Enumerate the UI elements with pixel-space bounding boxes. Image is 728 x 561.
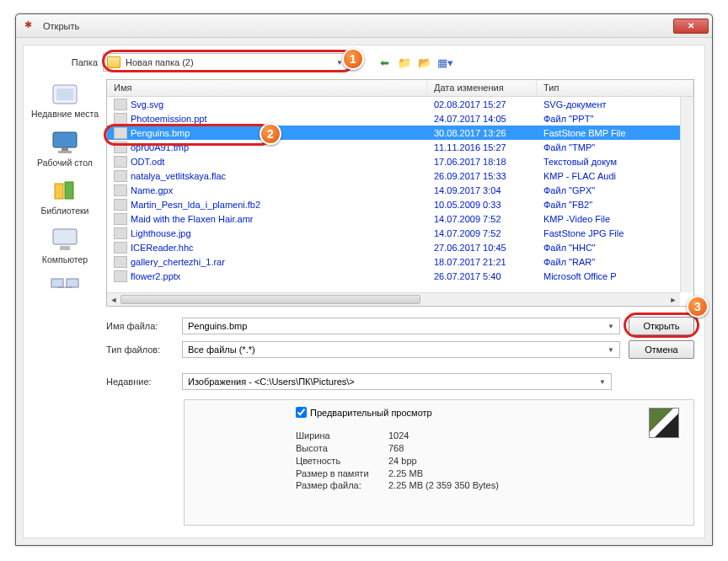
toolbar-icons: ⬅ 📁 📂 ▦▾	[376, 54, 453, 71]
filename-row: Имя файла: Penguins.bmp ▼ Открыть	[106, 317, 694, 335]
svg-rect-1	[56, 88, 73, 100]
chevron-down-icon[interactable]: ▼	[608, 323, 614, 330]
file-row[interactable]: ICEReader.hhc27.06.2017 10:45Файл "HHC"	[107, 240, 693, 254]
meta-row: Высота768	[296, 442, 683, 455]
folder-combobox[interactable]: Новая папка (2) ▼	[103, 53, 347, 72]
preview-thumbnail	[649, 408, 679, 438]
file-date: 27.06.2017 10:45	[427, 243, 537, 253]
scroll-left-icon[interactable]: ◄	[107, 293, 120, 306]
dialog-body: Папка Новая папка (2) ▼ ⬅ 📁 📂 ▦▾ 1 Недав…	[23, 45, 705, 538]
file-row[interactable]: Lighthouse.jpg14.07.2009 7:52FastStone J…	[107, 226, 693, 240]
file-icon	[114, 213, 127, 225]
scroll-right-icon[interactable]: ►	[666, 293, 680, 306]
svg-rect-5	[55, 184, 63, 199]
libraries-icon	[49, 176, 81, 205]
file-row[interactable]: opr00A91.tmp11.11.2016 15:27Файл "TMP"	[107, 140, 693, 154]
file-date: 14.07.2009 7:52	[427, 214, 537, 224]
file-icon	[114, 142, 127, 153]
file-row[interactable]: Martin_Pesn_lda_i_plameni.fb210.05.2009 …	[107, 197, 693, 211]
file-type: FastStone BMP File	[537, 128, 693, 138]
file-date: 02.08.2017 15:27	[427, 99, 537, 110]
file-icon	[114, 127, 127, 139]
file-name: opr00A91.tmp	[131, 142, 427, 152]
folder-name: Новая папка (2)	[126, 57, 336, 67]
back-icon[interactable]: ⬅	[376, 54, 393, 71]
meta-row: Размер файла:2.25 MB (2 359 350 Bytes)	[296, 479, 683, 492]
file-icon	[114, 242, 127, 254]
file-row[interactable]: Penguins.bmp30.08.2017 13:26FastStone BM…	[107, 126, 693, 140]
svg-rect-8	[60, 246, 70, 250]
file-date: 14.07.2009 7:52	[427, 228, 537, 238]
recent-combobox[interactable]: Изображения - <C:\Users\ПК\Pictures\> ▼	[182, 373, 612, 390]
column-headers[interactable]: Имя Дата изменения Тип	[107, 80, 693, 97]
sidebar-item-libraries[interactable]: Библиотеки	[27, 176, 103, 216]
file-type: Файл "TMP"	[537, 142, 693, 152]
filetype-combobox[interactable]: Все файлы (*.*) ▼	[182, 341, 620, 358]
file-row[interactable]: gallery_chertezhi_1.rar18.07.2017 21:21Ф…	[107, 254, 693, 269]
preview-panel: Предварительный просмотр Ширина1024Высот…	[184, 399, 694, 526]
chevron-down-icon[interactable]: ▼	[599, 378, 606, 386]
col-type[interactable]: Тип	[537, 80, 693, 96]
file-date: 24.07.2017 14:05	[427, 114, 537, 124]
sidebar-item-desktop[interactable]: Рабочий стол	[27, 128, 103, 168]
svg-rect-6	[65, 182, 73, 199]
sidebar-item-network[interactable]	[27, 273, 103, 302]
sidebar-item-computer[interactable]: Компьютер	[27, 225, 103, 265]
file-row[interactable]: Svg.svg02.08.2017 15:27SVG-документ	[107, 97, 693, 111]
scroll-thumb[interactable]	[120, 295, 420, 304]
meta-row: Размер в памяти2.25 MB	[296, 467, 683, 480]
col-date[interactable]: Дата изменения	[427, 80, 537, 96]
file-icon	[114, 170, 127, 182]
vertical-scrollbar[interactable]	[680, 97, 693, 292]
file-type: Текстовый докум	[537, 157, 693, 167]
dialog-window: ✱ Открыть ✕ Папка Новая папка (2) ▼ ⬅ 📁 …	[15, 13, 713, 546]
open-button[interactable]: Открыть	[629, 317, 694, 335]
file-row[interactable]: flower2.pptx26.07.2017 5:40Microsoft Off…	[107, 269, 693, 283]
file-icon	[114, 156, 127, 168]
annotation-badge-3: 3	[687, 296, 709, 318]
file-icon	[114, 227, 127, 239]
file-list: Имя Дата изменения Тип Svg.svg02.08.2017…	[106, 79, 694, 307]
filename-input[interactable]: Penguins.bmp ▼	[182, 318, 620, 334]
file-icon	[114, 256, 127, 268]
horizontal-scrollbar[interactable]: ◄ ►	[107, 292, 680, 306]
sidebar-item-recent[interactable]: Недавние места	[27, 79, 103, 120]
file-type: Файл "PPT"	[537, 114, 693, 124]
file-icon	[114, 99, 127, 110]
file-row[interactable]: Maid with the Flaxen Hair.amr14.07.2009 …	[107, 211, 693, 226]
col-name[interactable]: Имя	[107, 80, 427, 96]
file-row[interactable]: natalya_vetlitskaya.flac26.09.2017 15:33…	[107, 168, 693, 183]
close-button[interactable]: ✕	[673, 19, 709, 34]
recent-label: Недавние:	[106, 377, 182, 387]
cancel-button[interactable]: Отмена	[629, 340, 694, 359]
view-menu-icon[interactable]: ▦▾	[436, 54, 453, 71]
svg-rect-7	[53, 229, 77, 244]
computer-icon	[49, 225, 81, 254]
file-icon	[114, 199, 127, 211]
annotation-badge-1: 1	[342, 48, 364, 70]
file-type: Microsoft Office P	[537, 271, 693, 281]
file-name: natalya_vetlitskaya.flac	[131, 171, 427, 181]
file-name: gallery_chertezhi_1.rar	[131, 257, 427, 267]
file-row[interactable]: ODT.odt17.06.2017 18:18Текстовый докум	[107, 154, 693, 168]
preview-checkbox[interactable]: Предварительный просмотр	[296, 407, 683, 418]
chevron-down-icon[interactable]: ▼	[608, 346, 614, 354]
new-folder-icon[interactable]: 📂	[416, 54, 433, 71]
up-icon[interactable]: 📁	[396, 54, 413, 71]
file-row[interactable]: Photoemission.ppt24.07.2017 14:05Файл "P…	[107, 111, 693, 126]
preview-checkbox-input[interactable]	[296, 407, 307, 418]
window-title: Открыть	[43, 21, 673, 31]
file-name: ICEReader.hhc	[131, 243, 427, 253]
file-type: Файл "FB2"	[537, 200, 693, 210]
network-icon	[49, 273, 81, 302]
file-name: Lighthouse.jpg	[131, 228, 427, 238]
file-row[interactable]: Name.gpx14.09.2017 3:04Файл "GPX"	[107, 183, 693, 197]
file-name: Svg.svg	[131, 99, 427, 110]
file-name: Maid with the Flaxen Hair.amr	[131, 214, 427, 224]
file-type: KMP -Video File	[537, 214, 693, 224]
titlebar[interactable]: ✱ Открыть ✕	[16, 14, 712, 38]
scroll-track[interactable]	[120, 293, 666, 306]
file-icon	[114, 270, 127, 282]
file-type: Файл "RAR"	[537, 257, 693, 267]
file-type: SVG-документ	[537, 99, 693, 110]
